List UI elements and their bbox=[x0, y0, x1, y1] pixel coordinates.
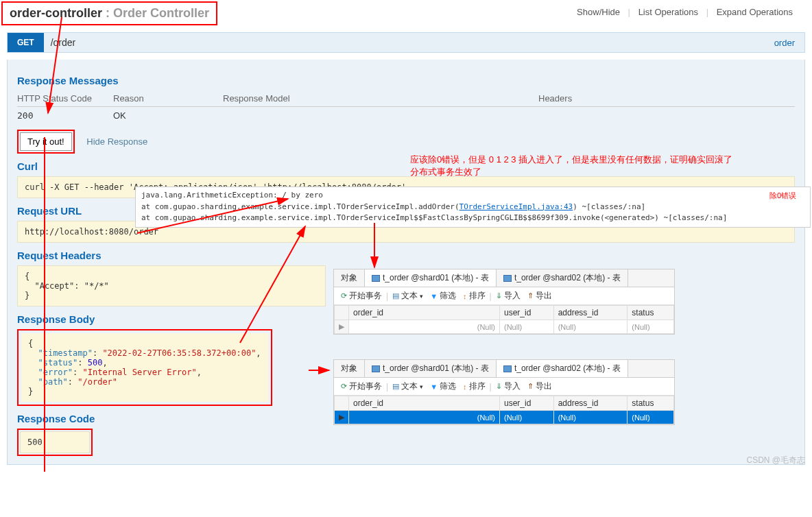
response-body-value: { "timestamp": "2022-02-27T06:35:58.372+… bbox=[21, 333, 268, 402]
col-user-id[interactable]: user_id bbox=[500, 306, 554, 320]
stacktrace-panel: java.lang.ArithmeticException: / by zero… bbox=[135, 187, 811, 228]
cell-null: (Null) bbox=[553, 411, 628, 424]
section-response-messages: Response Messages bbox=[17, 75, 795, 86]
export-icon: ⇑ bbox=[527, 382, 534, 391]
import-icon: ⇓ bbox=[496, 382, 502, 391]
response-code-value: 500 bbox=[20, 431, 90, 453]
db-tab-shard01[interactable]: t_order @shard01 (本地) - 表 bbox=[365, 360, 497, 377]
col-address-id[interactable]: address_id bbox=[553, 306, 628, 320]
cell-null: (Null) bbox=[500, 320, 554, 334]
db-data-table: order_id user_id address_id status ▶ (Nu… bbox=[334, 305, 674, 334]
tool-begin-tx[interactable]: ⟳开始事务 bbox=[338, 289, 385, 302]
refresh-icon: ⟳ bbox=[341, 291, 347, 300]
cell-null: (Null) bbox=[628, 320, 674, 334]
response-body-highlight: { "timestamp": "2022-02-27T06:35:58.372+… bbox=[17, 329, 272, 406]
controller-title: order-controller : Order Controller bbox=[10, 6, 209, 21]
table-header-row: order_id user_id address_id status bbox=[335, 396, 674, 411]
tool-import[interactable]: ⇓导入 bbox=[493, 380, 523, 393]
hide-response-link[interactable]: Hide Response bbox=[86, 136, 147, 147]
endpoint-bar[interactable]: GET /order order bbox=[7, 32, 805, 53]
col-headers: Headers bbox=[538, 93, 795, 104]
db-tab-shard02[interactable]: t_order @shard02 (本地) - 表 bbox=[497, 360, 628, 377]
annotation-error-label: 除0错误 bbox=[769, 191, 796, 201]
db-toolbar: ⟳开始事务 | ▤文本▾ ▼筛选 ↕排序 | ⇓导入 ⇑导出 bbox=[334, 287, 674, 305]
show-hide-link[interactable]: Show/Hide bbox=[577, 7, 620, 17]
separator: | bbox=[628, 7, 630, 17]
col-reason: Reason bbox=[113, 93, 223, 104]
col-user-id[interactable]: user_id bbox=[500, 396, 554, 411]
stacktrace-line: java.lang.ArithmeticException: / by zero bbox=[141, 190, 804, 202]
watermark: CSDN @毛奇志 bbox=[746, 455, 805, 466]
annotation-line1: 应该除0错误，但是 0 1 2 3 插入进入了，但是表里没有任何数据，证明确实回… bbox=[410, 154, 732, 166]
http-method-badge: GET bbox=[8, 33, 44, 52]
cell-null: (Null) bbox=[628, 411, 674, 424]
stacktrace-line: at com.gupao.sharding.example.service.im… bbox=[141, 202, 804, 213]
stacktrace-line: at com.gupao.sharding.example.service.im… bbox=[141, 213, 804, 224]
refresh-icon: ⟳ bbox=[341, 382, 347, 391]
section-request-headers: Request Headers bbox=[17, 250, 795, 261]
col-model: Response Model bbox=[223, 93, 538, 104]
resp-msg-table-head: HTTP Status Code Reason Response Model H… bbox=[17, 91, 795, 107]
db-panel-shard02: 对象 t_order @shard01 (本地) - 表 t_order @sh… bbox=[333, 359, 675, 425]
chevron-down-icon: ▾ bbox=[420, 383, 423, 390]
cell-null: (Null) bbox=[553, 320, 628, 334]
operations-bar: Show/Hide | List Operations | Expand Ope… bbox=[571, 7, 798, 17]
col-address-id[interactable]: address_id bbox=[553, 396, 628, 411]
col-order-id[interactable]: order_id bbox=[349, 306, 500, 320]
db-tabs: 对象 t_order @shard01 (本地) - 表 t_order @sh… bbox=[334, 269, 674, 287]
db-data-table: order_id user_id address_id status ▶ (Nu… bbox=[334, 396, 674, 424]
separator: | bbox=[706, 7, 708, 17]
chevron-down-icon: ▾ bbox=[420, 293, 423, 300]
response-code-highlight: 500 bbox=[17, 429, 93, 456]
filter-icon: ▼ bbox=[430, 292, 438, 300]
table-row[interactable]: ▶ (Null) (Null) (Null) (Null) bbox=[335, 411, 674, 424]
tool-import[interactable]: ⇓导入 bbox=[493, 289, 523, 302]
db-toolbar: ⟳开始事务 | ▤文本▾ ▼筛选 ↕排序 | ⇓导入 ⇑导出 bbox=[334, 378, 674, 396]
table-row[interactable]: ▶ (Null) (Null) (Null) (Null) bbox=[335, 320, 674, 334]
col-status[interactable]: status bbox=[628, 306, 674, 320]
col-status-code: HTTP Status Code bbox=[17, 93, 113, 104]
table-icon bbox=[372, 275, 380, 282]
annotation-line2: 分布式事务生效了 bbox=[410, 166, 481, 178]
text-icon: ▤ bbox=[392, 382, 399, 391]
tool-sort[interactable]: ↕排序 bbox=[460, 380, 488, 393]
tool-text[interactable]: ▤文本▾ bbox=[390, 289, 426, 302]
text-icon: ▤ bbox=[392, 291, 399, 300]
tool-filter[interactable]: ▼筛选 bbox=[427, 289, 459, 302]
try-it-out-highlight: Try it out! bbox=[17, 130, 75, 154]
db-tab-shard01[interactable]: t_order @shard01 (本地) - 表 bbox=[365, 269, 497, 287]
table-icon bbox=[503, 365, 512, 372]
tool-sort[interactable]: ↕排序 bbox=[460, 289, 488, 302]
db-panel-shard01: 对象 t_order @shard01 (本地) - 表 t_order @sh… bbox=[333, 269, 675, 335]
status-200: 200 bbox=[17, 110, 113, 121]
db-tab-shard02[interactable]: t_order @shard02 (本地) - 表 bbox=[497, 269, 628, 287]
table-header-row: order_id user_id address_id status bbox=[335, 306, 674, 320]
row-handle: ▶ bbox=[335, 320, 349, 334]
endpoint-path: /order bbox=[44, 37, 765, 48]
cell-null: (Null) bbox=[349, 320, 500, 334]
expand-operations-link[interactable]: Expand Operations bbox=[717, 7, 793, 17]
source-link[interactable]: TOrderServiceImpl.java:43 bbox=[459, 202, 573, 211]
controller-header: order-controller : Order Controller bbox=[1, 1, 217, 25]
tool-export[interactable]: ⇑导出 bbox=[525, 380, 555, 393]
sort-icon: ↕ bbox=[463, 383, 467, 391]
reason-ok: OK bbox=[113, 110, 223, 121]
tool-begin-tx[interactable]: ⟳开始事务 bbox=[338, 380, 385, 393]
list-operations-link[interactable]: List Operations bbox=[638, 7, 698, 17]
tool-text[interactable]: ▤文本▾ bbox=[390, 380, 426, 393]
request-headers-value: { "Accept": "*/*" } bbox=[17, 265, 326, 306]
db-tab-object[interactable]: 对象 bbox=[334, 360, 365, 377]
cell-null: (Null) bbox=[500, 411, 554, 424]
endpoint-tag-link[interactable]: order bbox=[765, 38, 804, 48]
tool-export[interactable]: ⇑导出 bbox=[525, 289, 555, 302]
col-order-id[interactable]: order_id bbox=[349, 396, 500, 411]
db-tab-object[interactable]: 对象 bbox=[334, 269, 365, 287]
tool-filter[interactable]: ▼筛选 bbox=[427, 380, 459, 393]
cell-null: (Null) bbox=[349, 411, 500, 424]
col-status[interactable]: status bbox=[628, 396, 674, 411]
table-icon bbox=[503, 275, 512, 282]
filter-icon: ▼ bbox=[430, 383, 438, 391]
resp-msg-row: 200 OK bbox=[17, 107, 795, 124]
export-icon: ⇑ bbox=[527, 291, 534, 300]
try-it-out-button[interactable]: Try it out! bbox=[20, 132, 72, 151]
